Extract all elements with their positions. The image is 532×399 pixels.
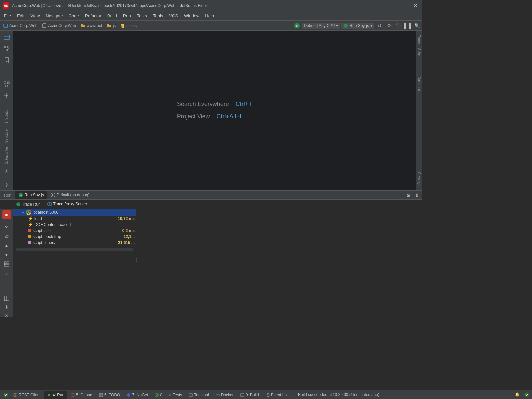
sidebar-hierarchy-icon[interactable] [1,90,12,101]
collapse-all-button[interactable] [2,232,11,240]
trace-tab-proxy[interactable]: Trace Proxy Server [45,200,90,208]
close-button[interactable]: ✕ [411,2,420,9]
menu-view[interactable]: View [28,12,42,20]
tree-row-bootstrap[interactable]: script: bootstrap 12,1... [13,234,136,240]
run-tab-spy-js[interactable]: SP Run Spy-js [15,191,47,199]
right-sidebar-database[interactable]: Database [417,75,422,92]
trace-tab-run-label: Trace Run [22,202,41,207]
menu-navigate[interactable]: Navigate [43,12,65,20]
svg-rect-20 [4,262,6,264]
run-settings-button[interactable]: ⚙ [404,191,412,199]
breadcrumb-wwwroot[interactable]: wwwroot [79,23,104,29]
tree-row-localhost[interactable]: ▼ localhost:5000 [13,209,136,216]
more-button[interactable]: » [2,269,11,278]
tree-row-domcontentloaded[interactable]: ⚡ DOMContentLoaded [13,222,136,228]
breadcrumb-js[interactable]: js [105,23,118,29]
folder-icon [81,23,85,28]
js-file-icon: js [120,23,125,28]
menu-tests[interactable]: Tests [134,12,150,20]
sidebar-structure-icon[interactable] [1,79,12,90]
svg-text:SP: SP [20,194,22,196]
debug-config-label: Debug | Any CPU [304,23,335,28]
maximize-button[interactable]: □ [400,2,407,9]
title-bar: RD AcmeCorp.Web [C:\Users\maart\Desktop\… [0,0,422,11]
bottom-panel: Run: SP Run Spy-js Default (no debug) ⚙ … [0,190,422,317]
debug-config-selector[interactable]: Debug | Any CPU ▾ [302,23,340,29]
sidebar-bookmark-icon[interactable] [1,55,12,65]
svg-rect-13 [6,85,8,87]
lightning-icon-dom: ⚡ [28,222,33,227]
run-tab-debug[interactable]: Default (no debug) [47,191,93,199]
menu-run[interactable]: Run [120,12,134,20]
menu-file[interactable]: File [1,12,14,20]
sidebar-question-icon[interactable]: ? [1,180,12,190]
trace-tabs: Trace Run Trace Proxy Server [0,200,422,209]
split-view-button[interactable] [2,294,11,303]
menu-refactor[interactable]: Refactor [82,12,104,20]
svg-point-8 [4,46,6,48]
expand-all-button[interactable] [2,222,11,231]
trace-proxy-icon [47,202,52,206]
minimize-button[interactable]: — [387,2,396,9]
hint-project-shortcut: Ctrl+Alt+L [216,113,243,120]
app-logo: RD [3,2,9,9]
tree-label-bootstrap: script: bootstrap [33,234,121,239]
breadcrumb-acmecorp-web-2[interactable]: AcmeCorp.Web [40,23,78,29]
toolbar-right: 👁 Debug | Any CPU ▾ Run Spy-js ▾ ↺ ⚙ ⬛ ▌… [294,22,421,30]
sidebar-star-icon[interactable]: ★ [1,166,12,176]
scroll-down-button[interactable]: ▼ [2,250,11,259]
pause-button[interactable]: ▌▐ [404,22,412,30]
right-sidebar-coverage[interactable]: Coverage [417,171,422,188]
breadcrumb-label-5: site.js [126,23,137,28]
window-title: AcmeCorp.Web [C:\Users\maart\Desktop\Jet… [12,3,207,8]
menu-help[interactable]: Help [202,12,217,20]
sidebar-label-1[interactable]: 1: Solution [5,106,8,125]
run-tabs: Run: SP Run Spy-js Default (no debug) ⚙ … [0,191,422,200]
tree-time-bootstrap: 12,1... [124,234,135,239]
menu-code[interactable]: Code [66,12,82,20]
color-sq-bootstrap [28,235,31,238]
run-config-chevron: ▾ [370,23,372,28]
pin-button[interactable] [2,303,11,311]
right-sidebar-errors[interactable]: Errors in Solution [417,33,422,62]
run-download-button[interactable]: ⬇ [413,191,421,199]
breadcrumb-site-js[interactable]: js site.js [118,23,139,29]
tree-arrow-root[interactable]: ▼ [21,211,25,214]
tree-row-site[interactable]: script: site 0,2 ms [13,228,136,234]
run-tab-debug-label: Default (no debug) [57,193,89,197]
menu-tools[interactable]: Tools [150,12,166,20]
scroll-up-button[interactable]: ▲ [2,241,11,250]
stop-button[interactable]: ■ [2,210,11,219]
svg-point-18 [16,202,20,206]
project-icon [3,23,8,28]
sidebar-solution-icon[interactable] [1,32,12,43]
search-button[interactable]: 🔍 [413,22,421,30]
run-stop-button[interactable]: ⬛ [394,22,402,30]
menu-vcs[interactable]: VCS [166,12,181,20]
svg-point-6 [344,24,348,28]
settings-button[interactable]: ⚙ [385,22,393,30]
trace-tab-run[interactable]: Trace Run [13,201,43,208]
chrome-icon [26,210,31,215]
run-config-selector[interactable]: Run Spy-js ▾ [341,23,374,29]
sidebar-label-2[interactable]: 2: Favorites [5,145,8,165]
breadcrumb-label-2: AcmeCorp.Web [48,23,76,28]
menu-edit[interactable]: Edit [14,12,27,20]
breadcrumb-acmecorp-web-1[interactable]: AcmeCorp.Web [1,23,39,29]
run-tab-actions: ⚙ ⬇ [404,191,421,199]
svg-point-9 [7,46,9,48]
trace-tree-scrollbar[interactable] [16,248,133,251]
sidebar-vcs-icon[interactable] [1,43,12,54]
tree-row-load[interactable]: ⚡ load 10,72 ms [13,216,136,222]
refresh-button[interactable]: ↺ [376,22,384,30]
hint-search-shortcut: Ctrl+T [236,101,252,108]
menu-window[interactable]: Window [181,12,202,20]
tree-row-jquery[interactable]: script: jquery 21,615 ... [13,240,136,246]
hint-project-label: Project View [177,113,210,120]
tree-time-site: 0,2 ms [122,228,135,233]
breadcrumb-label-1: AcmeCorp.Web [9,23,37,28]
close-panel-button[interactable]: ✕ [2,311,11,317]
sidebar-label-structure[interactable]: Structure [5,128,8,144]
layout-button[interactable] [2,260,11,268]
menu-build[interactable]: Build [105,12,120,20]
